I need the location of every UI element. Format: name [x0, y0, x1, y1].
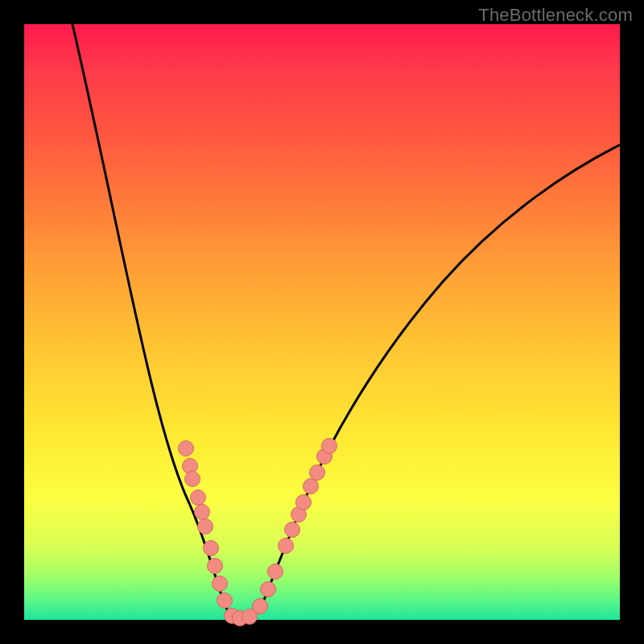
data-marker — [185, 472, 200, 487]
watermark-text: TheBottleneck.com — [478, 5, 633, 26]
data-marker — [279, 539, 294, 554]
marker-layer — [179, 439, 337, 626]
data-marker — [285, 522, 300, 538]
data-marker — [208, 559, 223, 574]
data-marker — [204, 541, 219, 556]
data-marker — [253, 599, 268, 614]
data-marker — [310, 465, 325, 481]
data-marker — [268, 564, 283, 580]
data-marker — [303, 479, 319, 494]
chart-svg — [24, 24, 620, 620]
chart-frame: TheBottleneck.com — [0, 0, 644, 644]
data-marker — [198, 519, 213, 535]
data-marker — [261, 582, 276, 597]
data-marker — [217, 593, 233, 609]
data-marker — [213, 576, 228, 592]
data-marker — [296, 495, 312, 510]
bottleneck-curve — [72, 24, 620, 618]
data-marker — [195, 505, 210, 520]
data-marker — [179, 441, 194, 456]
data-marker — [322, 439, 337, 454]
plot-area — [24, 24, 620, 620]
data-marker — [191, 490, 206, 506]
